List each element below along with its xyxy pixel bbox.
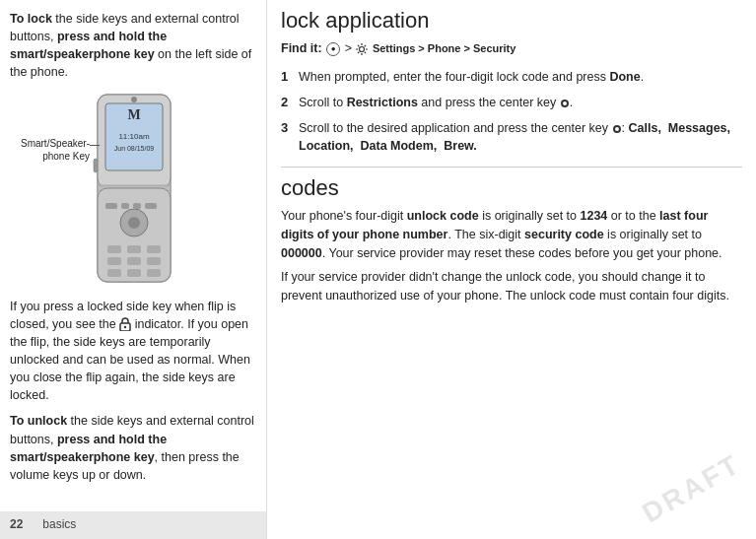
- left-column: To lock the side keys and external contr…: [0, 0, 266, 539]
- draft-watermark: DRAFT: [637, 448, 746, 530]
- find-it-path: Settings > Phone > Security: [373, 42, 516, 54]
- svg-rect-12: [121, 203, 129, 209]
- svg-rect-22: [107, 269, 121, 277]
- step-2: 2 Scroll to Restrictions and press the c…: [281, 94, 742, 112]
- step-1: 1 When prompted, enter the four-digit lo…: [281, 68, 742, 87]
- find-it-label: Find it:: [281, 41, 322, 55]
- steps-list: 1 When prompted, enter the four-digit lo…: [281, 68, 742, 155]
- step-3: 3 Scroll to the desired application and …: [281, 119, 742, 155]
- lock-indicator-icon: [119, 317, 131, 331]
- section-label: basics: [42, 516, 76, 533]
- page-number: 22: [10, 516, 23, 533]
- svg-rect-21: [147, 257, 161, 265]
- unlock-para: To unlock the side keys and external con…: [10, 412, 258, 484]
- svg-rect-23: [127, 269, 141, 277]
- step-1-text: When prompted, enter the four-digit lock…: [299, 68, 742, 87]
- center-key-icon-2: [613, 125, 621, 133]
- step-3-num: 3: [281, 119, 299, 155]
- svg-rect-17: [127, 245, 141, 253]
- bottom-bar: 22 basics: [0, 511, 266, 539]
- smart-speaker-label: Smart/Speaker-phone Key: [19, 137, 90, 163]
- center-key-icon: [561, 100, 569, 107]
- svg-rect-24: [147, 269, 161, 277]
- codes-para1: Your phone's four-digit unlock code is o…: [281, 207, 742, 262]
- svg-rect-14: [145, 203, 157, 209]
- settings-nav-icon: [355, 41, 372, 55]
- section-divider: [281, 167, 742, 168]
- find-it-line: Find it: ● > Settings > Phone > Security: [281, 39, 742, 58]
- phone-container: Smart/Speaker-phone Key 11:10am Jun 08/1…: [80, 90, 188, 292]
- svg-point-10: [128, 217, 140, 229]
- svg-rect-16: [107, 245, 121, 253]
- svg-point-27: [360, 47, 365, 52]
- lock-application-title: lock application: [281, 8, 742, 34]
- svg-text:Jun 08/15/09: Jun 08/15/09: [114, 145, 155, 152]
- codes-para2: If your service provider didn't change t…: [281, 268, 742, 305]
- nav-dot-icon: ●: [325, 41, 344, 55]
- svg-rect-19: [107, 257, 121, 265]
- svg-text:11:10am: 11:10am: [118, 132, 149, 141]
- svg-rect-13: [133, 203, 141, 209]
- right-column: lock application Find it: ● > Settings >…: [266, 0, 756, 539]
- svg-rect-15: [94, 159, 98, 172]
- svg-point-26: [124, 326, 126, 328]
- svg-point-6: [131, 97, 137, 102]
- step-2-num: 2: [281, 94, 299, 112]
- step-2-text: Scroll to Restrictions and press the cen…: [299, 94, 742, 112]
- svg-rect-20: [127, 257, 141, 265]
- codes-title: codes: [281, 175, 742, 201]
- locked-key-para: If you press a locked side key when flip…: [10, 298, 258, 405]
- step-1-num: 1: [281, 68, 299, 87]
- svg-text:M: M: [127, 107, 140, 122]
- phone-illustration-area: Smart/Speaker-phone Key 11:10am Jun 08/1…: [10, 90, 258, 292]
- svg-rect-18: [147, 245, 161, 253]
- step-3-text: Scroll to the desired application and pr…: [299, 119, 742, 155]
- lock-keys-para: To lock the side keys and external contr…: [10, 10, 258, 82]
- svg-rect-11: [105, 203, 117, 209]
- phone-diagram: 11:10am Jun 08/15/09 M: [80, 90, 188, 287]
- codes-body: Your phone's four-digit unlock code is o…: [281, 207, 742, 305]
